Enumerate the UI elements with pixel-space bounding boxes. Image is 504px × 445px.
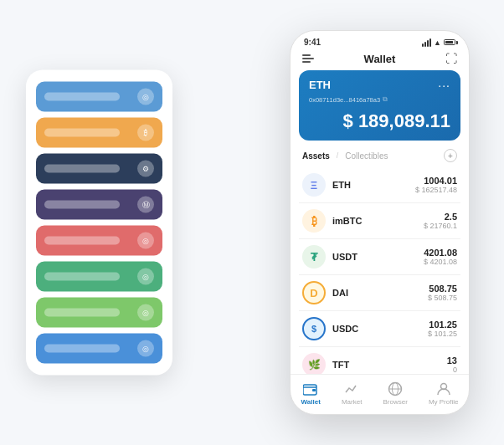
- asset-icon-imbtc: ₿: [302, 209, 326, 233]
- eth-balance: $ 189,089.11: [309, 110, 450, 132]
- status-time: 9:41: [304, 38, 321, 47]
- asset-name-dai: DAI: [332, 288, 428, 298]
- asset-usd-imbtc: $ 21760.1: [424, 222, 457, 230]
- card-item-bar-4: [44, 201, 120, 209]
- bottom-nav: Wallet Market Browser: [291, 374, 469, 414]
- asset-amount-tft: 13: [447, 355, 457, 366]
- wifi-icon: ▲: [434, 38, 441, 47]
- asset-amount-usdt: 4201.08: [424, 248, 457, 258]
- asset-row-eth[interactable]: Ξ ETH 1004.01 $ 162517.48: [299, 167, 460, 203]
- card-item-7[interactable]: ◎: [36, 298, 162, 328]
- asset-usd-eth: $ 162517.48: [415, 186, 457, 194]
- hamburger-icon[interactable]: [302, 54, 314, 63]
- status-icons: ▲: [422, 38, 455, 47]
- phone-mockup: 9:41 ▲ Wallet ⛶: [290, 30, 470, 415]
- market-nav-icon: [343, 381, 360, 396]
- assets-tabs: Assets / Collectibles: [302, 151, 388, 161]
- asset-icon-dai: D: [302, 281, 326, 304]
- card-item-bar-8: [44, 345, 120, 353]
- expand-icon[interactable]: ⛶: [445, 52, 457, 65]
- card-icon-5: ◎: [137, 233, 154, 249]
- asset-amount-dai: 508.75: [428, 284, 457, 294]
- tab-collectibles[interactable]: Collectibles: [345, 151, 388, 161]
- nav-item-browser[interactable]: Browser: [383, 381, 407, 406]
- phone-title: Wallet: [364, 53, 396, 65]
- asset-icon-usdc: $: [302, 317, 326, 340]
- asset-usd-tft: 0: [447, 366, 457, 374]
- signal-icon: [422, 38, 431, 47]
- asset-list: Ξ ETH 1004.01 $ 162517.48 ₿ imBTC 2.5 $ …: [291, 167, 469, 374]
- asset-row-imbtc[interactable]: ₿ imBTC 2.5 $ 21760.1: [299, 203, 460, 239]
- assets-header: Assets / Collectibles +: [291, 147, 469, 167]
- tab-divider: /: [337, 151, 339, 160]
- asset-usd-dai: $ 508.75: [428, 294, 457, 302]
- card-item-bar-3: [44, 165, 120, 173]
- profile-nav-label: My Profile: [429, 398, 459, 406]
- tab-assets[interactable]: Assets: [302, 151, 330, 161]
- browser-nav-icon: [387, 381, 404, 396]
- card-item-2[interactable]: ₿: [36, 118, 162, 148]
- card-item-bar-5: [44, 237, 120, 245]
- card-item-bar-6: [44, 273, 120, 281]
- card-icon-3: ⚙: [137, 161, 154, 177]
- eth-card[interactable]: ETH ··· 0x08711d3e...8416a78a3 ⧉ $ 189,0…: [299, 70, 460, 141]
- card-item-1[interactable]: ◎: [36, 82, 162, 112]
- card-item-bar-2: [44, 129, 120, 137]
- card-item-6[interactable]: ◎: [36, 262, 162, 292]
- eth-more-icon[interactable]: ···: [438, 79, 450, 92]
- asset-row-usdt[interactable]: ₮ USDT 4201.08 $ 4201.08: [299, 239, 460, 275]
- card-icon-6: ◎: [137, 269, 154, 285]
- asset-amount-imbtc: 2.5: [424, 212, 457, 222]
- market-nav-label: Market: [342, 398, 362, 406]
- card-item-3[interactable]: ⚙: [36, 154, 162, 184]
- card-stack: ◎ ₿ ⚙ Ⓜ ◎ ◎ ◎ ◎: [26, 70, 172, 376]
- card-item-bar-7: [44, 309, 120, 317]
- card-icon-7: ◎: [137, 304, 154, 321]
- eth-ticker: ETH: [309, 79, 331, 91]
- copy-icon[interactable]: ⧉: [383, 95, 388, 104]
- asset-values-tft: 13 0: [447, 355, 457, 374]
- add-asset-button[interactable]: +: [444, 149, 457, 162]
- asset-icon-usdt: ₮: [302, 245, 326, 269]
- asset-values-imbtc: 2.5 $ 21760.1: [424, 212, 457, 230]
- asset-amount-usdc: 101.25: [428, 320, 457, 330]
- nav-item-profile[interactable]: My Profile: [429, 381, 459, 406]
- asset-row-usdc[interactable]: $ USDC 101.25 $ 101.25: [299, 311, 460, 347]
- battery-icon: [444, 39, 455, 45]
- wallet-nav-label: Wallet: [301, 398, 321, 406]
- nav-item-market[interactable]: Market: [342, 381, 362, 406]
- asset-row-tft[interactable]: 🌿 TFT 13 0: [299, 347, 460, 374]
- asset-name-usdt: USDT: [332, 252, 424, 262]
- asset-usd-usdt: $ 4201.08: [424, 258, 457, 266]
- card-item-bar-1: [44, 93, 120, 101]
- phone-header: Wallet ⛶: [291, 50, 469, 70]
- card-item-5[interactable]: ◎: [36, 226, 162, 256]
- asset-values-usdc: 101.25 $ 101.25: [428, 320, 457, 338]
- browser-nav-label: Browser: [383, 398, 407, 406]
- asset-name-usdc: USDC: [332, 324, 428, 334]
- eth-address: 0x08711d3e...8416a78a3 ⧉: [309, 95, 450, 104]
- profile-nav-icon: [435, 381, 452, 396]
- card-icon-2: ₿: [137, 125, 154, 141]
- svg-rect-1: [312, 389, 316, 391]
- card-icon-1: ◎: [137, 89, 154, 105]
- scene: ◎ ₿ ⚙ Ⓜ ◎ ◎ ◎ ◎: [18, 18, 486, 427]
- asset-name-eth: ETH: [332, 180, 415, 190]
- card-icon-4: Ⓜ: [137, 197, 154, 213]
- eth-card-top: ETH ···: [309, 79, 450, 92]
- asset-icon-eth: Ξ: [302, 173, 326, 197]
- asset-values-usdt: 4201.08 $ 4201.08: [424, 248, 457, 266]
- card-item-8[interactable]: ◎: [36, 334, 162, 364]
- asset-values-eth: 1004.01 $ 162517.48: [415, 176, 457, 194]
- asset-usd-usdc: $ 101.25: [428, 330, 457, 338]
- asset-row-dai[interactable]: D DAI 508.75 $ 508.75: [299, 275, 460, 311]
- asset-name-tft: TFT: [332, 360, 447, 370]
- asset-name-imbtc: imBTC: [332, 216, 424, 226]
- card-icon-8: ◎: [137, 340, 154, 357]
- nav-item-wallet[interactable]: Wallet: [301, 381, 321, 406]
- asset-values-dai: 508.75 $ 508.75: [428, 284, 457, 302]
- asset-icon-tft: 🌿: [302, 353, 326, 374]
- card-item-4[interactable]: Ⓜ: [36, 190, 162, 220]
- wallet-nav-icon: [302, 381, 319, 396]
- asset-amount-eth: 1004.01: [415, 176, 457, 186]
